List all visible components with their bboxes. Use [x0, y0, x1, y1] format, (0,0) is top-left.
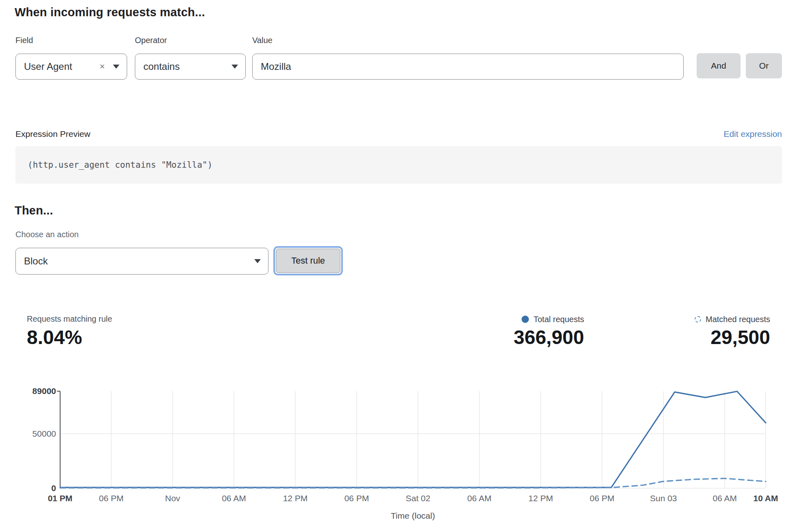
x-axis-title: Time (local) [391, 511, 435, 520]
x-tick-label: Sun 03 [650, 494, 677, 503]
value-input[interactable]: Mozilla [252, 54, 684, 80]
x-tick-label: 06 PM [99, 494, 124, 503]
requests-matching-label: Requests matching rule [27, 314, 112, 324]
matched-requests-label: Matched requests [706, 315, 770, 324]
total-requests-label: Total requests [533, 315, 584, 324]
x-tick-label: 06 AM [222, 494, 246, 503]
total-requests-value: 366,900 [513, 328, 584, 347]
expression-code: (http.user_agent contains "Mozilla") [15, 146, 782, 184]
x-tick-label: 06 AM [713, 494, 737, 503]
edit-expression-link[interactable]: Edit expression [723, 129, 782, 139]
matched-requests-legend[interactable]: Matched requests 29,500 [695, 314, 770, 347]
chevron-down-icon [254, 259, 261, 263]
test-rule-focus-ring: Test rule [273, 246, 343, 275]
y-tick-label: 89000 [32, 386, 56, 396]
operator-label: Operator [135, 36, 167, 45]
chevron-down-icon [232, 65, 238, 69]
then-heading: Then... [15, 204, 53, 217]
field-label: Field [15, 36, 33, 45]
x-tick-label: 01 PM [48, 494, 73, 503]
total-requests-dot-icon [522, 316, 529, 323]
x-tick-label: Nov [165, 494, 180, 503]
requests-line-chart: 0500008900001 PM06 PMNov06 AM12 PM06 PMS… [0, 378, 812, 526]
or-button[interactable]: Or [746, 53, 782, 78]
clear-field-icon[interactable]: × [100, 62, 105, 71]
field-select[interactable]: User Agent × [15, 54, 127, 80]
expression-preview-label: Expression Preview [15, 129, 90, 139]
and-button[interactable]: And [697, 53, 741, 78]
expression-code-block: (http.user_agent contains "Mozilla") [15, 146, 782, 184]
operator-select[interactable]: contains [135, 54, 246, 80]
action-select[interactable]: Block [15, 248, 269, 275]
x-tick-label: 06 AM [467, 494, 492, 503]
field-select-value: User Agent [24, 61, 72, 72]
requests-matching-value: 8.04% [27, 328, 112, 347]
value-label: Value [252, 36, 273, 45]
operator-select-value: contains [143, 61, 180, 72]
x-tick-label: 12 PM [528, 494, 553, 503]
value-input-text: Mozilla [261, 61, 291, 72]
test-rule-button[interactable]: Test rule [276, 249, 340, 273]
action-select-value: Block [24, 255, 48, 267]
x-tick-label: 10 AM [753, 494, 778, 503]
chevron-down-icon [113, 65, 119, 69]
matched-requests-line [60, 478, 766, 488]
matched-requests-value: 29,500 [710, 328, 770, 347]
x-tick-label: 06 PM [590, 494, 615, 503]
page-title: When incoming requests match... [15, 6, 205, 19]
x-tick-label: Sat 02 [406, 494, 431, 503]
x-tick-label: 06 PM [344, 494, 369, 503]
total-requests-legend[interactable]: Total requests 366,900 [513, 314, 584, 347]
total-requests-line [60, 392, 766, 488]
x-tick-label: 12 PM [283, 494, 308, 503]
y-tick-label: 50000 [32, 429, 56, 438]
y-tick-label: 0 [51, 483, 56, 493]
matched-requests-dashed-circle-icon [695, 316, 701, 323]
requests-matching-stat: Requests matching rule 8.04% [27, 314, 112, 347]
choose-action-label: Choose an action [15, 230, 79, 239]
